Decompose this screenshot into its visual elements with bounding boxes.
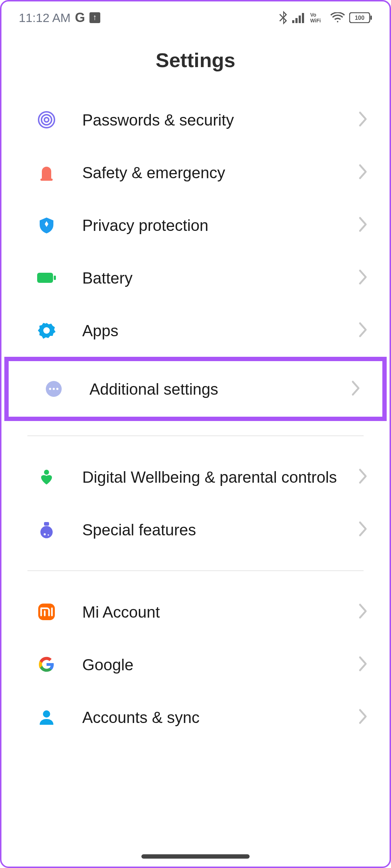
- svg-point-17: [53, 388, 55, 390]
- chevron-right-icon: [351, 380, 361, 398]
- wifi-icon: [330, 12, 345, 23]
- status-right: Vo WiFi 100: [278, 11, 372, 25]
- svg-rect-1: [295, 18, 298, 23]
- settings-item-battery[interactable]: Battery: [1, 251, 390, 304]
- item-label: Privacy protection: [82, 215, 359, 235]
- svg-point-23: [48, 534, 49, 536]
- item-label: Google: [82, 655, 359, 675]
- upload-status-icon: [89, 12, 100, 23]
- svg-rect-2: [299, 16, 301, 23]
- svg-point-22: [44, 533, 46, 535]
- svg-text:WiFi: WiFi: [310, 18, 321, 23]
- svg-point-21: [40, 526, 53, 538]
- svg-rect-7: [370, 16, 372, 20]
- item-label: Special features: [82, 520, 359, 540]
- item-label: Passwords & security: [82, 110, 359, 130]
- chevron-right-icon: [359, 468, 368, 486]
- more-dots-icon: [41, 376, 66, 402]
- item-label: Safety & emergency: [82, 163, 359, 183]
- svg-rect-3: [302, 13, 304, 23]
- item-label: Battery: [82, 268, 359, 288]
- page-title: Settings: [1, 48, 390, 72]
- fingerprint-icon: [34, 107, 59, 132]
- wellbeing-icon: [34, 464, 59, 490]
- chevron-right-icon: [359, 164, 368, 181]
- chevron-right-icon: [359, 521, 368, 538]
- svg-point-25: [43, 710, 50, 718]
- settings-item-digital-wellbeing[interactable]: Digital Wellbeing & parental controls: [1, 451, 390, 503]
- settings-item-apps[interactable]: Apps: [1, 304, 390, 357]
- chevron-right-icon: [359, 269, 368, 286]
- chevron-right-icon: [359, 709, 368, 726]
- svg-rect-0: [292, 20, 294, 23]
- settings-item-additional-settings[interactable]: Additional settings: [9, 361, 382, 417]
- cellular-signal-icon: [292, 12, 306, 23]
- flask-icon: [34, 517, 59, 542]
- vowifi-icon: Vo WiFi: [310, 12, 326, 24]
- highlight-annotation: Additional settings: [4, 357, 387, 421]
- settings-item-passwords-security[interactable]: Passwords & security: [1, 93, 390, 146]
- item-label: Accounts & sync: [82, 707, 359, 727]
- apps-gear-icon: [34, 318, 59, 343]
- status-bar: 11:12 AM G Vo WiFi: [1, 1, 390, 34]
- item-label: Additional settings: [89, 379, 351, 399]
- chevron-right-icon: [359, 216, 368, 234]
- svg-point-16: [49, 388, 51, 390]
- svg-rect-12: [37, 273, 53, 283]
- svg-point-9: [41, 115, 52, 125]
- settings-list: Passwords & security Safety & emergency: [1, 93, 390, 744]
- emergency-light-icon: [34, 160, 59, 185]
- phone-frame: 11:12 AM G Vo WiFi: [0, 0, 391, 868]
- settings-item-google[interactable]: Google: [1, 638, 390, 691]
- svg-rect-13: [54, 276, 56, 280]
- settings-item-mi-account[interactable]: Mi Account: [1, 586, 390, 638]
- chevron-right-icon: [359, 656, 368, 673]
- svg-text:Vo: Vo: [310, 12, 316, 18]
- bluetooth-icon: [278, 11, 288, 25]
- item-label: Mi Account: [82, 602, 359, 622]
- shield-icon: [34, 212, 59, 238]
- svg-point-14: [43, 327, 50, 334]
- svg-rect-20: [44, 522, 49, 526]
- settings-item-special-features[interactable]: Special features: [1, 503, 390, 556]
- svg-rect-11: [40, 179, 53, 181]
- svg-point-18: [56, 388, 58, 390]
- clock-text: 11:12 AM: [19, 11, 71, 25]
- settings-item-accounts-sync[interactable]: Accounts & sync: [1, 691, 390, 744]
- chevron-right-icon: [359, 322, 368, 339]
- home-indicator[interactable]: [141, 854, 250, 859]
- section-divider: [27, 435, 364, 436]
- item-label: Apps: [82, 321, 359, 341]
- person-icon: [34, 705, 59, 730]
- mi-logo-icon: [34, 599, 59, 624]
- status-left: 11:12 AM G: [19, 10, 100, 25]
- svg-point-19: [44, 470, 49, 475]
- battery-icon: 100: [349, 12, 372, 23]
- battery-level-text: 100: [355, 15, 365, 21]
- section-divider: [27, 570, 364, 571]
- settings-item-privacy-protection[interactable]: Privacy protection: [1, 199, 390, 251]
- item-label: Digital Wellbeing & parental controls: [82, 467, 359, 487]
- battery-item-icon: [34, 265, 59, 290]
- google-logo-icon: [34, 652, 59, 677]
- chevron-right-icon: [359, 603, 368, 621]
- svg-point-10: [44, 118, 49, 122]
- settings-item-safety-emergency[interactable]: Safety & emergency: [1, 146, 390, 199]
- google-status-icon: G: [75, 10, 85, 25]
- chevron-right-icon: [359, 111, 368, 128]
